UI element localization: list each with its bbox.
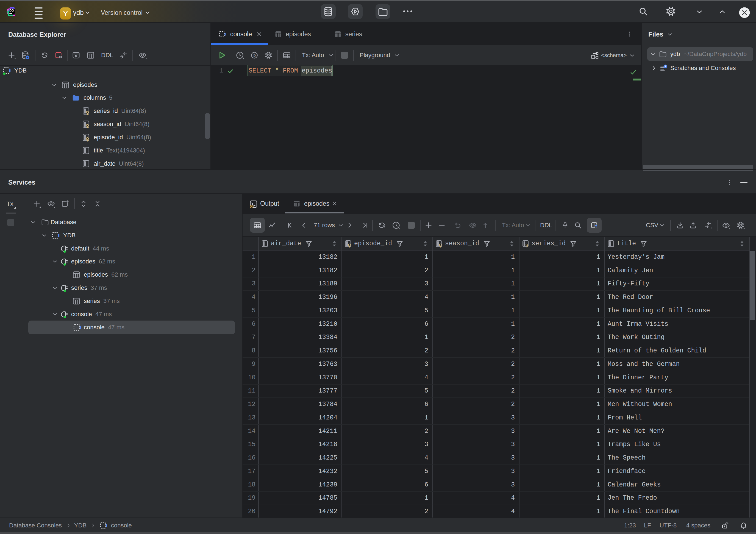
svg-text:DG: DG: [9, 9, 14, 12]
svg-text:p: p: [254, 53, 256, 57]
